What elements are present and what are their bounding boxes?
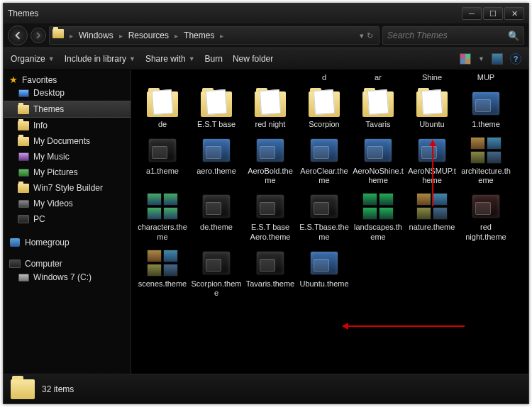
search-box[interactable]: 🔍 (382, 26, 524, 45)
file-item[interactable]: aero.theme (189, 133, 243, 189)
file-item[interactable]: AeroNSMUP.theme (405, 133, 459, 189)
file-1-theme[interactable]: 1.theme (459, 86, 513, 133)
file-item[interactable]: AeroBold.theme (243, 133, 297, 189)
item-label: nature.theme (409, 223, 455, 233)
chevron-down-icon[interactable]: ▼ (478, 55, 484, 62)
nav-info[interactable]: Info (4, 118, 131, 133)
item-label: E.S.T base Aero.theme (245, 223, 296, 242)
drive-icon (18, 274, 29, 281)
share-with-button[interactable]: Share with▼ (145, 54, 195, 64)
list-item[interactable]: d (297, 70, 351, 86)
item-count: 32 items (42, 384, 74, 394)
breadcrumb-bar[interactable]: ▸ Windows ▸ Resources ▸ Themes ▸ ▾ ↻ (49, 26, 379, 45)
file-item[interactable]: red night.theme (459, 189, 513, 245)
file-item[interactable]: Ubuntu.theme (297, 245, 351, 302)
toolbar: Organize▼ Include in library▼ Share with… (4, 48, 528, 70)
search-input[interactable] (387, 30, 508, 40)
list-item[interactable]: ar (351, 70, 405, 86)
homegroup-label: Homegroup (25, 238, 70, 247)
nav-my-documents[interactable]: My Documents (4, 133, 131, 149)
view-options-icon[interactable] (460, 53, 471, 65)
burn-label: Burn (205, 54, 223, 64)
preview-pane-icon[interactable] (492, 53, 503, 65)
nav-item-label: Windows 7 (C:) (33, 272, 92, 282)
nav-item-label: My Documents (33, 136, 90, 146)
folder-est-base[interactable]: E.S.T base (189, 86, 243, 133)
item-label: red night (255, 120, 286, 130)
nav-my-music[interactable]: My Music (4, 149, 131, 165)
chevron-right-icon[interactable]: ▸ (173, 32, 179, 40)
chevron-right-icon[interactable]: ▸ (118, 32, 124, 40)
minimize-button[interactable]: ─ (462, 7, 482, 20)
include-in-library-button[interactable]: Include in library▼ (65, 54, 135, 64)
back-button[interactable] (8, 26, 28, 45)
crumb-themes[interactable]: Themes (179, 29, 218, 42)
file-item[interactable]: E.S.T base Aero.theme (243, 189, 297, 245)
navigation-pane: ★Favorites Desktop Themes Info My Docume… (4, 70, 131, 374)
maximize-button[interactable]: ☐ (483, 7, 503, 20)
item-label: Tavaris.theme (246, 279, 294, 289)
search-icon[interactable]: 🔍 (508, 30, 519, 41)
file-item[interactable]: architecture.theme (459, 133, 513, 189)
file-item[interactable]: characters.theme (135, 189, 189, 245)
picture-icon (18, 169, 29, 177)
nav-item-label: My Music (33, 152, 70, 162)
nav-item-label: PC (33, 214, 45, 224)
file-item[interactable]: a1.theme (135, 133, 189, 189)
nav-my-videos[interactable]: My Videos (4, 196, 131, 211)
file-item[interactable]: de.theme (189, 189, 243, 245)
favorites-header[interactable]: ★Favorites (4, 74, 131, 85)
folder-tavaris[interactable]: Tavaris (351, 86, 405, 133)
help-icon[interactable]: ? (510, 53, 521, 65)
file-item[interactable]: landscapes.theme (351, 189, 405, 245)
file-item[interactable]: AeroClear.theme (297, 133, 351, 189)
star-icon: ★ (9, 74, 18, 85)
titlebar: Themes ─ ☐ ✕ (4, 4, 528, 23)
folder-icon (18, 184, 29, 193)
nav-desktop[interactable]: Desktop (4, 85, 131, 101)
close-button[interactable]: ✕ (504, 7, 524, 20)
folder-red-night[interactable]: red night (243, 86, 297, 133)
folder-ubuntu[interactable]: Ubuntu (405, 86, 459, 133)
desktop-icon (18, 89, 29, 97)
chevron-right-icon[interactable]: ▸ (68, 32, 74, 40)
nav-my-pictures[interactable]: My Pictures (4, 165, 131, 180)
item-label: de.theme (200, 223, 233, 233)
crumb-windows[interactable]: Windows (74, 29, 118, 42)
item-label: MUP (477, 73, 494, 83)
newfolder-label: New folder (233, 54, 273, 64)
file-item[interactable]: scenes.theme (135, 245, 189, 302)
file-item[interactable]: Tavaris.theme (243, 245, 297, 302)
refresh-icon[interactable]: ↻ (367, 31, 373, 40)
nav-pc[interactable]: PC (4, 211, 131, 227)
file-item[interactable]: AeroNoShine.theme (351, 133, 405, 189)
burn-button[interactable]: Burn (205, 54, 223, 64)
new-folder-button[interactable]: New folder (233, 54, 273, 64)
forward-button[interactable] (31, 28, 46, 43)
homegroup-header[interactable]: Homegroup (4, 237, 131, 248)
file-item[interactable]: E.S.Tbase.theme (297, 189, 351, 245)
history-dropdown-icon[interactable]: ▾ (360, 31, 364, 40)
folder-icon (18, 121, 29, 130)
nav-item-label: Win7 Style Builder (33, 183, 103, 193)
computer-header[interactable]: Computer (4, 258, 131, 269)
file-item[interactable]: nature.theme (405, 189, 459, 245)
nav-item-label: Themes (33, 104, 64, 114)
item-label: de (158, 120, 167, 130)
crumb-resources[interactable]: Resources (124, 29, 173, 42)
item-label: Ubuntu (419, 120, 444, 130)
folder-scorpion[interactable]: Scorpion (297, 86, 351, 133)
list-item[interactable]: MUP (459, 70, 513, 86)
nav-win7sb[interactable]: Win7 Style Builder (4, 180, 131, 196)
nav-item-label: My Videos (33, 199, 73, 208)
file-item[interactable]: Scorpion.theme (189, 245, 243, 302)
organize-button[interactable]: Organize▼ (11, 54, 55, 64)
folder-de[interactable]: de (135, 86, 189, 133)
file-list[interactable]: d ar Shine MUP de E.S.T base red night S… (131, 70, 528, 374)
nav-themes[interactable]: Themes (4, 101, 131, 118)
list-item[interactable]: Shine (405, 70, 459, 86)
nav-drive-c[interactable]: Windows 7 (C:) (4, 269, 131, 285)
item-label: characters.theme (137, 223, 188, 242)
chevron-right-icon[interactable]: ▸ (218, 32, 225, 40)
item-label: Ubuntu.theme (299, 279, 348, 289)
